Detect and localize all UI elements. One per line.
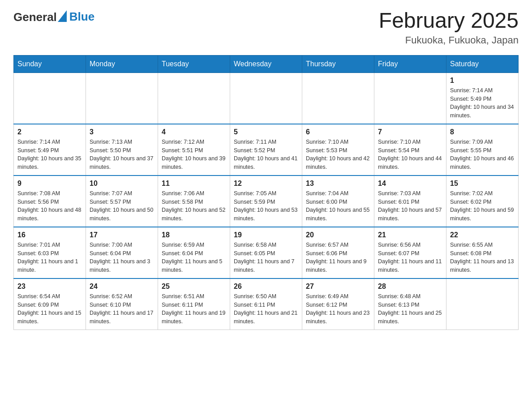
- sunset-text: Sunset: 6:11 PM: [162, 301, 226, 309]
- sunrise-text: Sunrise: 7:10 AM: [378, 138, 442, 146]
- calendar-title: February 2025: [379, 9, 519, 33]
- calendar-day-cell: [158, 73, 230, 124]
- calendar-day-cell: 26Sunrise: 6:50 AMSunset: 6:11 PMDayligh…: [230, 278, 302, 330]
- calendar-day-cell: 7Sunrise: 7:10 AMSunset: 5:54 PMDaylight…: [374, 124, 446, 176]
- sunset-text: Sunset: 6:02 PM: [450, 198, 515, 206]
- daylight-text: Daylight: 11 hours and 11 minutes.: [378, 257, 442, 274]
- sunrise-text: Sunrise: 6:57 AM: [306, 241, 370, 249]
- title-section: February 2025 Fukuoka, Fukuoka, Japan: [379, 9, 519, 46]
- sunrise-text: Sunrise: 6:54 AM: [17, 292, 82, 301]
- calendar-header-friday: Friday: [374, 55, 446, 73]
- daylight-text: Daylight: 11 hours and 3 minutes.: [90, 257, 154, 274]
- daylight-text: Daylight: 10 hours and 44 minutes.: [378, 154, 442, 171]
- sunset-text: Sunset: 5:57 PM: [90, 198, 154, 206]
- daylight-text: Daylight: 11 hours and 5 minutes.: [162, 257, 226, 274]
- day-number: 24: [90, 283, 154, 291]
- logo-blue-text: Blue: [69, 10, 94, 23]
- calendar-day-cell: [14, 73, 86, 124]
- day-info: Sunrise: 6:51 AMSunset: 6:11 PMDaylight:…: [162, 292, 226, 326]
- day-number: 21: [378, 231, 442, 239]
- calendar-day-cell: 13Sunrise: 7:04 AMSunset: 6:00 PMDayligh…: [302, 176, 374, 227]
- sunrise-text: Sunrise: 7:04 AM: [306, 189, 370, 198]
- calendar-day-cell: 4Sunrise: 7:12 AMSunset: 5:51 PMDaylight…: [158, 124, 230, 176]
- sunset-text: Sunset: 6:07 PM: [378, 249, 442, 258]
- daylight-text: Daylight: 10 hours and 35 minutes.: [17, 154, 82, 171]
- sunrise-text: Sunrise: 7:14 AM: [450, 86, 515, 95]
- calendar-day-cell: 6Sunrise: 7:10 AMSunset: 5:53 PMDaylight…: [302, 124, 374, 176]
- calendar-header-saturday: Saturday: [446, 55, 519, 73]
- day-info: Sunrise: 6:55 AMSunset: 6:08 PMDaylight:…: [450, 241, 515, 274]
- day-number: 13: [306, 180, 370, 188]
- day-info: Sunrise: 7:10 AMSunset: 5:53 PMDaylight:…: [306, 138, 370, 171]
- day-number: 22: [450, 231, 515, 239]
- calendar-day-cell: [302, 73, 374, 124]
- sunset-text: Sunset: 6:10 PM: [90, 301, 154, 309]
- daylight-text: Daylight: 10 hours and 55 minutes.: [306, 206, 370, 223]
- day-number: 14: [378, 180, 442, 188]
- calendar-week-row: 9Sunrise: 7:08 AMSunset: 5:56 PMDaylight…: [14, 176, 519, 227]
- calendar-day-cell: 1Sunrise: 7:14 AMSunset: 5:49 PMDaylight…: [446, 73, 519, 124]
- daylight-text: Daylight: 11 hours and 7 minutes.: [234, 257, 298, 274]
- day-info: Sunrise: 7:06 AMSunset: 5:58 PMDaylight:…: [162, 189, 226, 223]
- calendar-day-cell: 28Sunrise: 6:48 AMSunset: 6:13 PMDayligh…: [374, 278, 446, 330]
- calendar-day-cell: 24Sunrise: 6:52 AMSunset: 6:10 PMDayligh…: [86, 278, 158, 330]
- sunrise-text: Sunrise: 7:06 AM: [162, 189, 226, 198]
- calendar-day-cell: 9Sunrise: 7:08 AMSunset: 5:56 PMDaylight…: [14, 176, 86, 227]
- day-number: 10: [90, 180, 154, 188]
- calendar-day-cell: 8Sunrise: 7:09 AMSunset: 5:55 PMDaylight…: [446, 124, 519, 176]
- day-number: 26: [234, 283, 298, 291]
- day-number: 1: [450, 77, 515, 85]
- day-info: Sunrise: 6:48 AMSunset: 6:13 PMDaylight:…: [378, 292, 442, 326]
- calendar-day-cell: 5Sunrise: 7:11 AMSunset: 5:52 PMDaylight…: [230, 124, 302, 176]
- day-info: Sunrise: 7:14 AMSunset: 5:49 PMDaylight:…: [450, 86, 515, 120]
- day-number: 17: [90, 231, 154, 239]
- day-number: 28: [378, 283, 442, 291]
- sunrise-text: Sunrise: 7:13 AM: [90, 138, 154, 146]
- day-info: Sunrise: 6:56 AMSunset: 6:07 PMDaylight:…: [378, 241, 442, 274]
- calendar-header-thursday: Thursday: [302, 55, 374, 73]
- sunrise-text: Sunrise: 6:50 AM: [234, 292, 298, 301]
- sunset-text: Sunset: 6:11 PM: [234, 301, 298, 309]
- daylight-text: Daylight: 10 hours and 42 minutes.: [306, 154, 370, 171]
- calendar-day-cell: [374, 73, 446, 124]
- daylight-text: Daylight: 10 hours and 34 minutes.: [450, 103, 515, 120]
- day-info: Sunrise: 6:49 AMSunset: 6:12 PMDaylight:…: [306, 292, 370, 326]
- calendar-day-cell: 17Sunrise: 7:00 AMSunset: 6:04 PMDayligh…: [86, 227, 158, 278]
- daylight-text: Daylight: 11 hours and 9 minutes.: [306, 257, 370, 274]
- day-number: 9: [17, 180, 82, 188]
- daylight-text: Daylight: 10 hours and 41 minutes.: [234, 154, 298, 171]
- calendar-day-cell: [446, 278, 519, 330]
- day-number: 23: [17, 283, 82, 291]
- daylight-text: Daylight: 11 hours and 17 minutes.: [90, 309, 154, 326]
- sunrise-text: Sunrise: 7:02 AM: [450, 189, 515, 198]
- day-number: 6: [306, 128, 370, 136]
- sunset-text: Sunset: 5:51 PM: [162, 146, 226, 155]
- sunset-text: Sunset: 5:50 PM: [90, 146, 154, 155]
- day-info: Sunrise: 6:54 AMSunset: 6:09 PMDaylight:…: [17, 292, 82, 326]
- day-info: Sunrise: 7:14 AMSunset: 5:49 PMDaylight:…: [17, 138, 82, 171]
- calendar-day-cell: 14Sunrise: 7:03 AMSunset: 6:01 PMDayligh…: [374, 176, 446, 227]
- sunset-text: Sunset: 5:49 PM: [450, 95, 515, 103]
- day-info: Sunrise: 7:10 AMSunset: 5:54 PMDaylight:…: [378, 138, 442, 171]
- calendar-day-cell: 2Sunrise: 7:14 AMSunset: 5:49 PMDaylight…: [14, 124, 86, 176]
- day-info: Sunrise: 6:59 AMSunset: 6:04 PMDaylight:…: [162, 241, 226, 274]
- day-info: Sunrise: 7:07 AMSunset: 5:57 PMDaylight:…: [90, 189, 154, 223]
- sunrise-text: Sunrise: 7:10 AM: [306, 138, 370, 146]
- sunrise-text: Sunrise: 6:49 AM: [306, 292, 370, 301]
- calendar-header-monday: Monday: [86, 55, 158, 73]
- day-info: Sunrise: 7:11 AMSunset: 5:52 PMDaylight:…: [234, 138, 298, 171]
- sunrise-text: Sunrise: 7:09 AM: [450, 138, 515, 146]
- calendar-table: SundayMondayTuesdayWednesdayThursdayFrid…: [13, 55, 519, 330]
- daylight-text: Daylight: 11 hours and 23 minutes.: [306, 309, 370, 326]
- sunrise-text: Sunrise: 6:51 AM: [162, 292, 226, 301]
- sunrise-text: Sunrise: 7:08 AM: [17, 189, 82, 198]
- calendar-day-cell: 3Sunrise: 7:13 AMSunset: 5:50 PMDaylight…: [86, 124, 158, 176]
- calendar-day-cell: 15Sunrise: 7:02 AMSunset: 6:02 PMDayligh…: [446, 176, 519, 227]
- sunrise-text: Sunrise: 6:56 AM: [378, 241, 442, 249]
- sunrise-text: Sunrise: 7:00 AM: [90, 241, 154, 249]
- day-info: Sunrise: 7:03 AMSunset: 6:01 PMDaylight:…: [378, 189, 442, 223]
- sunset-text: Sunset: 5:52 PM: [234, 146, 298, 155]
- calendar-week-row: 16Sunrise: 7:01 AMSunset: 6:03 PMDayligh…: [14, 227, 519, 278]
- calendar-header-sunday: Sunday: [14, 55, 86, 73]
- day-info: Sunrise: 7:04 AMSunset: 6:00 PMDaylight:…: [306, 189, 370, 223]
